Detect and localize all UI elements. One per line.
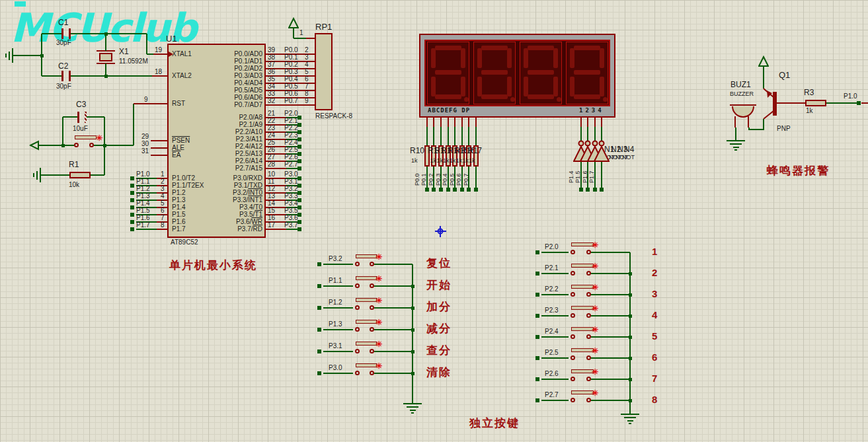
pin-wire[interactable] bbox=[306, 38, 315, 39]
terminal[interactable] bbox=[317, 350, 321, 353]
schematic-canvas[interactable]: MCUclub C1 30pF C2 30pF X1 11.0592M C3 1… bbox=[0, 0, 868, 442]
pin-wire[interactable] bbox=[153, 54, 168, 55]
wire-h[interactable] bbox=[87, 116, 104, 118]
terminal[interactable] bbox=[579, 188, 583, 192]
terminal[interactable] bbox=[535, 250, 539, 254]
terminal[interactable] bbox=[535, 398, 539, 402]
terminal[interactable] bbox=[317, 328, 321, 332]
terminal[interactable] bbox=[317, 262, 321, 266]
terminal[interactable] bbox=[535, 356, 539, 360]
not-gate[interactable] bbox=[594, 140, 610, 163]
wire-v[interactable] bbox=[105, 63, 106, 76]
wire-v[interactable] bbox=[601, 162, 602, 190]
terminal[interactable] bbox=[130, 198, 134, 202]
pin-wire[interactable] bbox=[777, 102, 805, 104]
wire-v[interactable] bbox=[601, 127, 602, 141]
wire-h[interactable] bbox=[591, 336, 630, 338]
terminal[interactable] bbox=[600, 188, 604, 192]
wire-v[interactable] bbox=[41, 34, 42, 76]
actuator-star[interactable]: ✳ bbox=[592, 347, 598, 355]
key-button[interactable] bbox=[352, 319, 378, 334]
wire-h[interactable] bbox=[374, 373, 413, 374]
terminal[interactable] bbox=[130, 213, 134, 217]
actuator-star[interactable]: ✳ bbox=[592, 326, 598, 334]
terminal[interactable] bbox=[317, 284, 321, 288]
terminal[interactable] bbox=[593, 188, 597, 192]
wire-h[interactable] bbox=[591, 357, 630, 359]
wire-v[interactable] bbox=[433, 127, 434, 145]
actuator-star[interactable]: ✳ bbox=[96, 134, 102, 142]
wire-v[interactable] bbox=[448, 127, 449, 145]
resistor-r3[interactable] bbox=[805, 100, 826, 106]
wire-h[interactable] bbox=[541, 336, 569, 338]
wire-v[interactable] bbox=[629, 252, 631, 410]
terminal[interactable] bbox=[317, 306, 321, 310]
wire-h[interactable] bbox=[91, 174, 104, 176]
terminal[interactable] bbox=[586, 188, 590, 192]
wire-h[interactable] bbox=[749, 129, 764, 130]
wire-h[interactable] bbox=[541, 357, 569, 359]
wire-h[interactable] bbox=[294, 38, 306, 39]
actuator-star[interactable]: ✳ bbox=[375, 318, 382, 326]
pin-wire[interactable] bbox=[601, 118, 602, 127]
wire-v[interactable] bbox=[426, 127, 428, 145]
actuator-star[interactable]: ✳ bbox=[592, 305, 598, 313]
key-button[interactable] bbox=[567, 369, 594, 383]
pin-wire[interactable] bbox=[861, 102, 868, 104]
key-button[interactable] bbox=[352, 363, 378, 377]
wire-h[interactable] bbox=[323, 351, 353, 352]
wire-v[interactable] bbox=[763, 119, 764, 129]
wire-v[interactable] bbox=[475, 166, 477, 190]
wire-h[interactable] bbox=[12, 55, 42, 56]
wire-h[interactable] bbox=[541, 252, 569, 253]
ground-icon[interactable] bbox=[403, 403, 422, 415]
key-button[interactable] bbox=[352, 276, 378, 290]
pin-wire[interactable] bbox=[580, 118, 582, 127]
wire-h[interactable] bbox=[541, 379, 569, 380]
actuator-star[interactable]: ✳ bbox=[375, 362, 382, 370]
pnp-transistor[interactable] bbox=[759, 85, 783, 124]
wire-h[interactable] bbox=[591, 273, 630, 274]
wire-h[interactable] bbox=[374, 285, 413, 287]
terminal[interactable] bbox=[474, 188, 478, 192]
key-button[interactable] bbox=[352, 341, 378, 355]
pin-wire[interactable] bbox=[151, 155, 168, 156]
wire-h[interactable] bbox=[591, 252, 630, 253]
wire-v[interactable] bbox=[454, 127, 455, 145]
pin-wire[interactable] bbox=[265, 168, 286, 169]
ground-icon[interactable] bbox=[727, 140, 745, 152]
pin-wire[interactable] bbox=[157, 229, 168, 230]
wire-v[interactable] bbox=[133, 104, 134, 145]
ground-icon[interactable] bbox=[621, 414, 639, 425]
actuator-star[interactable]: ✳ bbox=[592, 241, 598, 249]
wire-h[interactable] bbox=[323, 373, 353, 374]
pin-wire[interactable] bbox=[265, 229, 286, 230]
wire-h[interactable] bbox=[826, 102, 859, 104]
wire-v[interactable] bbox=[587, 127, 588, 141]
wire-h[interactable] bbox=[40, 174, 69, 176]
pin-wire[interactable] bbox=[151, 147, 168, 149]
actuator-star[interactable]: ✳ bbox=[375, 275, 382, 283]
terminal[interactable] bbox=[317, 371, 321, 375]
wire-v[interactable] bbox=[735, 128, 736, 140]
actuator-star[interactable]: ✳ bbox=[375, 297, 382, 305]
terminal[interactable] bbox=[535, 272, 539, 276]
pin-wire[interactable] bbox=[461, 118, 463, 127]
wire-h[interactable] bbox=[591, 400, 630, 401]
actuator-star[interactable]: ✳ bbox=[375, 340, 382, 348]
key-button[interactable] bbox=[567, 326, 594, 341]
pin-wire[interactable] bbox=[433, 118, 434, 127]
key-button[interactable] bbox=[352, 297, 378, 312]
terminal[interactable] bbox=[535, 314, 539, 318]
wire-h[interactable] bbox=[38, 145, 63, 146]
wire-h[interactable] bbox=[374, 329, 413, 330]
terminal[interactable] bbox=[857, 101, 861, 105]
wire-h[interactable] bbox=[71, 33, 147, 34]
wire-h[interactable] bbox=[374, 264, 413, 265]
wire-v[interactable] bbox=[412, 264, 413, 399]
terminal[interactable] bbox=[130, 191, 134, 195]
pin-wire[interactable] bbox=[734, 116, 736, 128]
wire-h[interactable] bbox=[541, 294, 569, 295]
wire-h[interactable] bbox=[591, 294, 630, 295]
actuator-star[interactable]: ✳ bbox=[592, 283, 598, 291]
